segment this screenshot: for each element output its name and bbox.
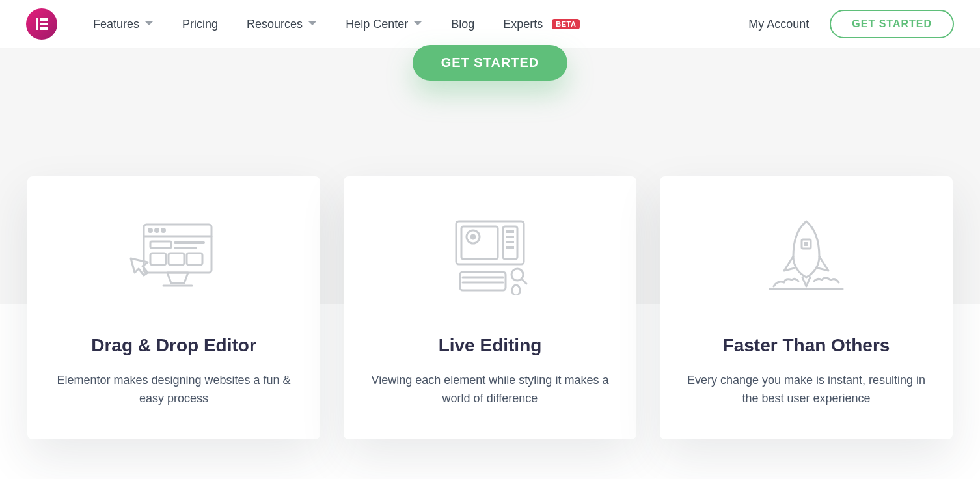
nav-my-account-label: My Account [748, 18, 809, 31]
svg-rect-13 [169, 253, 184, 265]
card-description: Elementor makes designing websites a fun… [53, 372, 294, 408]
svg-point-8 [162, 229, 165, 232]
chevron-down-icon [308, 21, 317, 27]
svg-rect-22 [506, 236, 514, 238]
nav-pricing[interactable]: Pricing [182, 18, 218, 31]
card-title: Live Editing [439, 335, 542, 356]
card-drag-drop: Drag & Drop Editor Elementor makes desig… [27, 176, 320, 439]
site-header: Features Pricing Resources Help Center B… [0, 0, 980, 49]
hero-get-started-button[interactable]: GET STARTED [413, 45, 568, 81]
secondary-nav: My Account GET STARTED [748, 10, 954, 38]
card-description: Viewing each element while styling it ma… [370, 372, 610, 408]
svg-rect-1 [40, 18, 48, 21]
svg-rect-14 [187, 253, 202, 265]
svg-line-29 [521, 279, 526, 284]
nav-my-account[interactable]: My Account [748, 18, 809, 31]
nav-resources-label: Resources [247, 18, 303, 31]
chevron-down-icon [413, 21, 422, 27]
svg-rect-10 [174, 241, 205, 244]
nav-blog[interactable]: Blog [451, 18, 474, 31]
card-title: Drag & Drop Editor [91, 335, 256, 356]
svg-point-30 [512, 285, 520, 295]
svg-rect-9 [150, 241, 171, 248]
nav-features[interactable]: Features [93, 18, 154, 31]
nav-pricing-label: Pricing [182, 18, 218, 31]
svg-rect-24 [506, 246, 514, 249]
nav-blog-label: Blog [451, 18, 474, 31]
svg-rect-17 [461, 226, 498, 259]
svg-point-7 [156, 229, 159, 232]
brand-logo[interactable] [26, 8, 57, 40]
feature-cards: Drag & Drop Editor Elementor makes desig… [0, 176, 980, 478]
svg-rect-11 [174, 247, 197, 249]
svg-rect-21 [506, 230, 514, 233]
svg-point-19 [471, 235, 475, 239]
nav-help-center[interactable]: Help Center [346, 18, 422, 31]
card-description: Every change you make is instant, result… [686, 372, 927, 408]
header-get-started-button[interactable]: GET STARTED [830, 10, 954, 38]
card-title: Faster Than Others [723, 335, 890, 356]
primary-nav: Features Pricing Resources Help Center B… [93, 18, 748, 31]
svg-rect-23 [506, 241, 514, 243]
chevron-down-icon [144, 21, 154, 27]
nav-experts[interactable]: Experts BETA [503, 18, 580, 31]
svg-rect-0 [36, 18, 38, 30]
rocket-icon [761, 214, 852, 299]
beta-badge: BETA [552, 19, 580, 29]
svg-rect-3 [40, 27, 48, 30]
drag-drop-editor-icon [128, 214, 219, 299]
svg-rect-2 [40, 23, 48, 25]
nav-resources[interactable]: Resources [247, 18, 317, 31]
svg-point-6 [149, 229, 152, 232]
card-faster: Faster Than Others Every change you make… [660, 176, 953, 439]
svg-rect-32 [804, 242, 808, 246]
svg-rect-12 [150, 253, 166, 265]
live-editing-icon [444, 214, 536, 299]
nav-features-label: Features [93, 18, 139, 31]
svg-rect-25 [460, 272, 506, 290]
nav-experts-label: Experts [503, 18, 543, 31]
card-live-editing: Live Editing Viewing each element while … [344, 176, 636, 439]
nav-help-center-label: Help Center [346, 18, 408, 31]
